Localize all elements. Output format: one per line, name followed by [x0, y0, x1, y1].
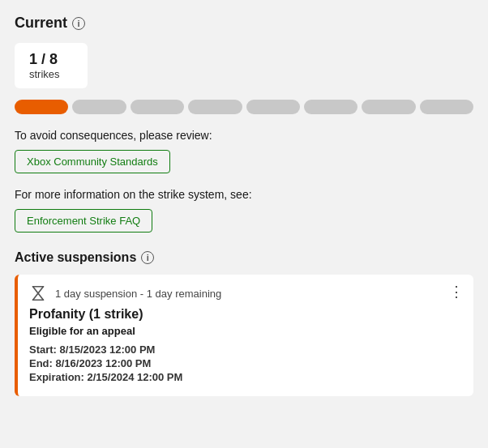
- strike-segment-4: [188, 100, 242, 114]
- suspension-duration: 1 day suspension - 1 day remaining: [55, 288, 462, 300]
- strikes-box: 1 / 8 strikes: [15, 43, 88, 88]
- suspension-options-button[interactable]: ⋮: [449, 284, 464, 299]
- expiration-label: Expiration:: [29, 371, 84, 383]
- enforcement-strike-faq-link[interactable]: Enforcement Strike FAQ: [15, 209, 152, 233]
- review-text: To avoid consequences, please review:: [15, 129, 473, 142]
- strikes-bar: [15, 100, 473, 114]
- strike-segment-1: [15, 100, 68, 114]
- end-date-row: End: 8/16/2023 12:00 PM: [29, 357, 462, 369]
- more-info-text: For more information on the strike syste…: [15, 188, 473, 201]
- active-suspensions-title: Active suspensions i: [15, 250, 473, 265]
- end-label: End:: [29, 357, 53, 369]
- strike-segment-6: [304, 100, 357, 114]
- strikes-label: strikes: [29, 68, 73, 80]
- strike-segment-8: [420, 100, 473, 114]
- strike-segment-7: [362, 100, 415, 114]
- current-section-title: Current i: [15, 15, 473, 32]
- strike-segment-2: [72, 100, 126, 114]
- expiration-value: 2/15/2024 12:00 PM: [88, 371, 183, 383]
- xbox-community-standards-link[interactable]: Xbox Community Standards: [15, 150, 170, 173]
- suspension-title: Profanity (1 strike): [29, 307, 462, 322]
- appeal-badge: Eligible for an appeal: [29, 325, 462, 337]
- strike-segment-5: [246, 100, 300, 114]
- current-title-text: Current: [15, 15, 67, 32]
- start-label: Start:: [29, 343, 57, 356]
- start-date-row: Start: 8/15/2023 12:00 PM: [29, 343, 462, 356]
- page-container: Current i 1 / 8 strikes To avoid consequ…: [0, 0, 488, 411]
- suspension-header: 1 day suspension - 1 day remaining: [29, 284, 462, 302]
- expiration-date-row: Expiration: 2/15/2024 12:00 PM: [29, 371, 462, 383]
- suspension-card: 1 day suspension - 1 day remaining ⋮ Pro…: [15, 275, 473, 396]
- active-suspensions-label: Active suspensions: [15, 250, 136, 265]
- current-info-icon[interactable]: i: [72, 17, 85, 30]
- hourglass-icon: [29, 284, 47, 302]
- strikes-fraction: 1 / 8: [29, 51, 73, 68]
- start-value: 8/15/2023 12:00 PM: [60, 343, 156, 356]
- active-suspensions-info-icon[interactable]: i: [141, 251, 154, 264]
- strike-segment-3: [131, 100, 184, 114]
- end-value: 8/16/2023 12:00 PM: [56, 357, 152, 369]
